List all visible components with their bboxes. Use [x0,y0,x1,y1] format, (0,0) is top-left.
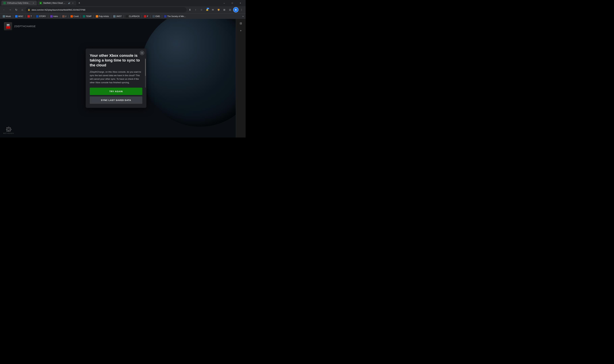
lock-icon: 🔒 [28,9,30,11]
tab-audio-icon: 🔊 [68,2,70,4]
try-again-label: TRY AGAIN [109,90,123,93]
svg-rect-13 [6,129,7,130]
modal-title: Your other Xbox console is taking a long… [90,53,142,68]
bookmark-t[interactable]: T [26,14,33,18]
notification-badge: 19 [207,8,209,9]
bookmark-divider-7 [81,15,81,18]
toolbar-actions: ⬇ ↑ ☆ 🔔 19 ✉ 🦁 ⊞ ⊡ B ⋮ [187,7,244,13]
svg-rect-12 [8,130,9,131]
bookmark-jwst[interactable]: JWST [112,14,123,18]
bookmark-favicon-story [36,15,39,17]
bookmark-misc[interactable]: MISC [14,14,25,18]
share-button[interactable]: ↑ [193,7,198,13]
window-controls: – □ × [220,0,244,6]
bookmark-music[interactable]: Music [1,14,12,18]
bookmark-favicon-temp [83,15,85,17]
close-button[interactable]: × [236,0,244,6]
bookmark-label-t: T [30,15,32,17]
svg-rect-11 [8,127,9,128]
svg-rect-4 [7,25,8,25]
bookmark-story[interactable]: STORY [35,14,47,18]
sync-last-saved-label: SYNC LAST SAVED DATA [101,99,131,102]
svg-rect-14 [11,129,12,130]
bookmark-favicon-j [62,15,65,17]
tab-title-chihuahua: Chihuahua Daily Online Word P... [7,2,31,4]
avatar-image [4,22,12,30]
bookmark-favicon-clapback [126,15,128,17]
bookmark-society[interactable]: The Society of Min... [163,14,187,18]
page-content: ⊟ + [0,19,246,138]
title-bar: Chihuahua Daily Online Word P... × S Sta… [0,0,246,6]
maximize-button[interactable]: □ [228,0,236,6]
bookmark-divider-2 [25,15,26,18]
bookmarks-bar: Music MISC T STORY Astro J Covid [0,13,246,19]
brave-button[interactable]: 🦁 [216,7,221,13]
svg-rect-16 [10,127,11,129]
bookmark-favicon-society [164,15,166,17]
sync-last-saved-button[interactable]: SYNC LAST SAVED DATA [90,96,142,104]
email-button[interactable]: ✉ [210,7,216,13]
bookmark-favicon-emd [152,15,155,17]
bookmark-f[interactable]: F [143,14,150,18]
try-again-button[interactable]: TRY AGAIN [90,88,142,95]
forward-button[interactable]: → [7,7,13,13]
bookmark-favicon-f [144,15,146,17]
bookmark-button[interactable]: ☆ [199,7,204,13]
bookmark-favicon-jwst [113,15,116,17]
bookmark-favicon-music [3,15,5,17]
download-button[interactable]: ⬇ [187,7,193,13]
bookmark-covid[interactable]: Covid [69,14,80,18]
modal-body: ZDepthCharge, on this Xbox console, do y… [90,70,142,84]
menu-button[interactable]: ⋮ [239,7,244,13]
extensions-button[interactable]: ⊞ [222,7,227,13]
notifications-button[interactable]: 🔔 19 [205,7,210,13]
bookmark-label-misc: MISC [18,15,23,17]
tab-favicon-chihuahua [3,2,6,4]
bookmark-divider-3 [34,15,34,18]
bookmark-favicon-covid [70,15,73,17]
modal-scrollbar-thumb [145,59,146,76]
bookmark-divider-12 [150,15,150,18]
svg-rect-2 [6,24,7,25]
bookmark-clapback[interactable]: CLAPBACK [124,14,141,18]
profile-button[interactable]: B [233,7,239,13]
bookmark-astro[interactable]: Astro [49,14,59,18]
bookmark-divider-9 [111,15,111,18]
bethesda-logo: BETHESDA [3,126,14,134]
planet-background [141,19,246,127]
bookmark-emd[interactable]: EMD [151,14,162,18]
modal-close-button[interactable]: × [140,51,144,55]
modal-scrollbar[interactable] [145,59,146,88]
bookmark-label-society: The Society of Min... [167,15,186,17]
bookmark-label-jwst: JWST [116,15,122,17]
minimize-button[interactable]: – [220,0,228,6]
tab-close-starfield[interactable]: × [71,2,74,4]
bookmarks-overflow[interactable]: » [242,15,244,17]
new-tab-button[interactable]: + [77,1,82,5]
bookmark-label-covid: Covid [74,15,79,17]
svg-rect-5 [8,25,9,25]
bookmark-j[interactable]: J [61,14,68,18]
bookmark-label-f: F [147,15,148,17]
side-panel-add-button[interactable]: + [238,28,244,34]
bookmark-pulp[interactable]: Pulp Artists [95,14,110,18]
tab-starfield[interactable]: S Starfield | Xbox Cloud Gamin... 🔊 × [38,1,76,5]
address-bar[interactable]: 🔒 xbox.com/en-NZ/play/launch/starfield/9… [26,7,187,13]
sync-dialog: × Your other Xbox console is taking a lo… [86,49,146,108]
svg-point-10 [8,129,10,130]
user-avatar [4,22,12,30]
back-button[interactable]: ← [1,7,7,13]
user-info: ZDEPTHCHARGE [4,22,36,30]
svg-rect-8 [7,26,9,28]
bookmark-divider-8 [94,15,94,18]
sidebar-button[interactable]: ⊡ [227,7,233,13]
home-button[interactable]: ⌂ [20,7,25,13]
bookmark-temp[interactable]: TEMP [82,14,93,18]
address-text: xbox.com/en-NZ/play/launch/starfield/9NC… [31,9,185,11]
tab-close-chihuahua[interactable]: × [32,2,35,4]
reload-button[interactable]: ↻ [14,7,19,13]
toolbar: ← → ↻ ⌂ 🔒 xbox.com/en-NZ/play/launch/sta… [0,6,246,13]
tab-chihuahua[interactable]: Chihuahua Daily Online Word P... × [1,1,37,5]
side-panel-toggle-button[interactable]: ⊟ [238,20,244,26]
bookmark-divider-1 [13,15,13,18]
